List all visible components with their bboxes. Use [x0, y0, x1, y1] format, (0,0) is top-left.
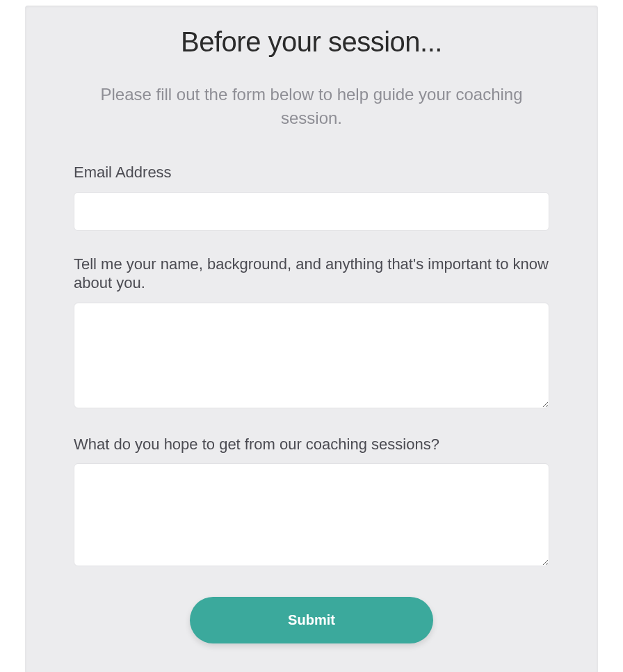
goals-label: What do you hope to get from our coachin… [74, 435, 549, 454]
goals-field[interactable] [74, 463, 549, 566]
email-label: Email Address [74, 163, 549, 182]
email-field[interactable] [74, 192, 549, 231]
submit-wrap: Submit [74, 597, 549, 643]
form-title: Before your session... [74, 26, 549, 58]
background-label: Tell me your name, background, and anyth… [74, 255, 549, 293]
field-group-goals: What do you hope to get from our coachin… [74, 435, 549, 570]
form-inner: Before your session... Please fill out t… [74, 26, 549, 643]
form-subtitle: Please fill out the form below to help g… [89, 83, 534, 129]
submit-button[interactable]: Submit [190, 597, 433, 643]
field-group-background: Tell me your name, background, and anyth… [74, 255, 549, 411]
background-field[interactable] [74, 303, 549, 408]
form-panel: Before your session... Please fill out t… [25, 6, 598, 672]
page-outer: Before your session... Please fill out t… [0, 0, 623, 672]
field-group-email: Email Address [74, 163, 549, 231]
